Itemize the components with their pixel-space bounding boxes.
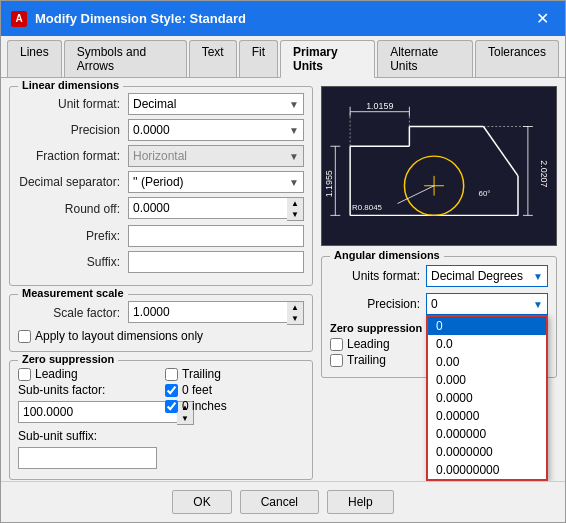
feet-row: 0 feet xyxy=(165,383,304,397)
zero-supp-label: Zero suppression xyxy=(18,353,118,365)
angular-leading-checkbox[interactable] xyxy=(330,338,343,351)
precision-dropdown-list: 0 0.0 0.00 0.000 0.0000 0.00000 0.000000… xyxy=(426,315,548,481)
prefix-row: Prefix: xyxy=(18,225,304,247)
title-bar-left: A Modify Dimension Style: Standard xyxy=(11,11,246,27)
round-off-up[interactable]: ▲ xyxy=(287,198,303,209)
precision-dropdown[interactable]: 0.0000 ▼ xyxy=(128,119,304,141)
fraction-format-label: Fraction format: xyxy=(18,149,128,163)
zero-suppression-group: Zero suppression Leading Sub-units facto… xyxy=(9,360,313,480)
fraction-format-value: Horizontal xyxy=(133,149,187,163)
round-off-down[interactable]: ▼ xyxy=(287,209,303,220)
scale-factor-label: Scale factor: xyxy=(18,306,128,320)
subunit-suffix-row: Sub-unit suffix: xyxy=(18,429,157,443)
trailing-checkbox[interactable] xyxy=(165,368,178,381)
subunit-factor-input[interactable] xyxy=(18,401,177,423)
precision-option-8[interactable]: 0.00000000 xyxy=(428,461,546,479)
scale-factor-input[interactable] xyxy=(128,301,287,323)
svg-rect-0 xyxy=(330,87,547,245)
dim5-text: 60° xyxy=(479,189,491,198)
precision-row: Precision 0.0000 ▼ xyxy=(18,119,304,141)
tab-text[interactable]: Text xyxy=(189,40,237,77)
angular-units-arrow: ▼ xyxy=(533,271,543,282)
angular-trailing-label: Trailing xyxy=(347,353,386,367)
precision-option-0[interactable]: 0 xyxy=(428,317,546,335)
fraction-format-row: Fraction format: Horizontal ▼ xyxy=(18,145,304,167)
ok-button[interactable]: OK xyxy=(172,490,231,514)
precision-option-5[interactable]: 0.00000 xyxy=(428,407,546,425)
left-panel: Linear dimensions Unit format: Decimal ▼… xyxy=(9,86,313,473)
subunit-factor-spinner: ▲ ▼ xyxy=(18,401,157,425)
tab-fit[interactable]: Fit xyxy=(239,40,278,77)
zero-supp-left-col: Leading Sub-units factor: ▲ ▼ xyxy=(18,367,157,473)
fraction-format-arrow: ▼ xyxy=(289,151,299,162)
decimal-sep-label: Decimal separator: xyxy=(18,175,128,189)
suffix-label: Suffix: xyxy=(18,255,128,269)
zero-supp-right-col: Trailing 0 feet 0 inches xyxy=(165,367,304,473)
subunit-factor-label: Sub-units factor: xyxy=(18,383,118,397)
linear-group-label: Linear dimensions xyxy=(18,79,123,91)
tab-alternate-units[interactable]: Alternate Units xyxy=(377,40,473,77)
precision-option-2[interactable]: 0.00 xyxy=(428,353,546,371)
subunit-suffix-input[interactable] xyxy=(18,447,157,469)
angular-leading-label: Leading xyxy=(347,337,390,351)
precision-option-3[interactable]: 0.000 xyxy=(428,371,546,389)
angular-units-dropdown[interactable]: Decimal Degrees ▼ xyxy=(426,265,548,287)
scale-factor-spinner-btns: ▲ ▼ xyxy=(287,301,304,325)
tab-symbols-arrows[interactable]: Symbols and Arrows xyxy=(64,40,187,77)
decimal-sep-dropdown[interactable]: '' (Period) ▼ xyxy=(128,171,304,193)
precision-arrow: ▼ xyxy=(289,125,299,136)
angular-trailing-checkbox[interactable] xyxy=(330,354,343,367)
dim2-text: 1.1955 xyxy=(324,170,334,197)
leading-label: Leading xyxy=(35,367,78,381)
angular-precision-label: Precision: xyxy=(330,297,420,311)
angular-precision-value: 0 xyxy=(431,297,438,311)
leading-checkbox[interactable] xyxy=(18,368,31,381)
trailing-label: Trailing xyxy=(182,367,221,381)
round-off-label: Round off: xyxy=(18,202,128,216)
precision-option-6[interactable]: 0.000000 xyxy=(428,425,546,443)
preview-svg: 1.0159 1.1955 2.0207 R0.8045 xyxy=(322,87,556,245)
tab-lines[interactable]: Lines xyxy=(7,40,62,77)
precision-option-1[interactable]: 0.0 xyxy=(428,335,546,353)
round-off-input[interactable] xyxy=(128,197,287,219)
angular-precision-container: Precision: 0 ▼ 0 0.0 0.00 0.000 0.0000 0… xyxy=(330,293,548,315)
dim4-text: R0.8045 xyxy=(352,203,382,212)
zero-supp-cols: Leading Sub-units factor: ▲ ▼ xyxy=(18,367,304,473)
prefix-label: Prefix: xyxy=(18,229,128,243)
precision-option-7[interactable]: 0.0000000 xyxy=(428,443,546,461)
title-bar: A Modify Dimension Style: Standard ✕ xyxy=(1,1,565,36)
main-content: Linear dimensions Unit format: Decimal ▼… xyxy=(1,78,565,481)
apply-layout-row: Apply to layout dimensions only xyxy=(18,329,304,343)
subunit-factor-input-row: ▲ ▼ xyxy=(18,401,157,425)
close-button[interactable]: ✕ xyxy=(530,7,555,30)
tab-tolerances[interactable]: Tolerances xyxy=(475,40,559,77)
suffix-input[interactable] xyxy=(128,251,304,273)
precision-option-4[interactable]: 0.0000 xyxy=(428,389,546,407)
precision-label: Precision xyxy=(18,123,128,137)
dialog-title: Modify Dimension Style: Standard xyxy=(35,11,246,26)
suffix-row: Suffix: xyxy=(18,251,304,273)
feet-checkbox[interactable] xyxy=(165,384,178,397)
unit-format-row: Unit format: Decimal ▼ xyxy=(18,93,304,115)
scale-factor-up[interactable]: ▲ xyxy=(287,302,303,313)
feet-label: 0 feet xyxy=(182,383,212,397)
angular-zero-supp-label: Zero suppression xyxy=(330,322,422,334)
scale-factor-row: Scale factor: ▲ ▼ xyxy=(18,301,304,325)
dialog: A Modify Dimension Style: Standard ✕ Lin… xyxy=(0,0,566,523)
apply-layout-checkbox[interactable] xyxy=(18,330,31,343)
scale-factor-down[interactable]: ▼ xyxy=(287,313,303,324)
help-button[interactable]: Help xyxy=(327,490,394,514)
dim3-text: 2.0207 xyxy=(539,160,549,187)
tab-primary-units[interactable]: Primary Units xyxy=(280,40,375,78)
prefix-input[interactable] xyxy=(128,225,304,247)
angular-precision-dropdown[interactable]: 0 ▼ xyxy=(426,293,548,315)
tab-bar: Lines Symbols and Arrows Text Fit Primar… xyxy=(1,36,565,78)
cancel-button[interactable]: Cancel xyxy=(240,490,319,514)
apply-layout-label: Apply to layout dimensions only xyxy=(35,329,203,343)
inches-checkbox[interactable] xyxy=(165,400,178,413)
precision-value: 0.0000 xyxy=(133,123,170,137)
right-panel: 1.0159 1.1955 2.0207 R0.8045 xyxy=(321,86,557,473)
unit-format-dropdown[interactable]: Decimal ▼ xyxy=(128,93,304,115)
app-icon: A xyxy=(11,11,27,27)
angular-dimensions-group: Angular dimensions Units format: Decimal… xyxy=(321,256,557,378)
